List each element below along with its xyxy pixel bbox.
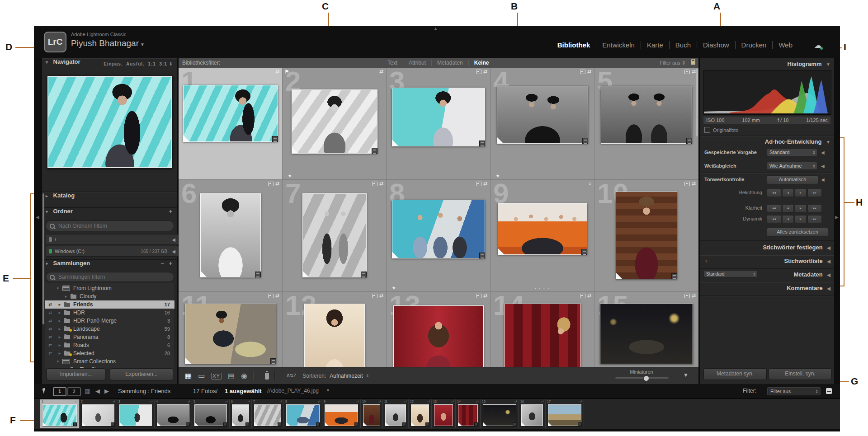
filmstrip-cell-8[interactable]: 8⇄ [284,399,322,428]
photo-thumbnail[interactable] [601,86,692,144]
collapse-left-icon[interactable]: ◀ [172,237,175,242]
collection-filter-box[interactable] [46,272,174,282]
sync-badge-icon[interactable]: ⇄ [483,69,487,74]
decrease-large-button[interactable]: ◂◂ [767,215,781,223]
sync-badge-icon[interactable]: ⇄ [587,293,591,298]
info-badge-icon[interactable] [372,182,377,186]
info-badge-icon[interactable] [476,182,481,186]
grid-cell-5[interactable]: 5 ⇄ [594,68,698,180]
filmstrip-cell-17[interactable]: 17⇄ [546,399,584,428]
sync-metadata-button[interactable]: Metadaten syn. [703,368,767,380]
secondary-monitor-button[interactable]: 2 [67,387,81,396]
photo-thumbnail[interactable] [498,203,587,255]
filter-switch-icon[interactable] [826,388,832,394]
sync-badge-icon[interactable]: ⇄ [692,293,696,298]
reset-all-button[interactable]: Alles zurücksetzen [767,228,828,237]
info-badge-icon[interactable] [684,182,690,186]
filmstrip-thumb[interactable] [385,404,406,426]
grid-cell-6[interactable]: 6 ⇄ [179,180,283,292]
expand-icon[interactable]: ► [45,194,49,198]
photo-th umbnail[interactable] [393,305,484,367]
metadata-header[interactable]: Metadaten ◀ [700,271,834,278]
filmstrip-thumb[interactable] [548,404,581,426]
filmstrip-cell-15[interactable]: 15⇄ [481,399,519,428]
sync-badge-icon[interactable]: ⇄ [483,293,487,298]
info-badge-icon[interactable] [684,70,690,74]
auto-tone-button[interactable]: Automatisch [767,175,818,184]
compare-view-icon[interactable]: XY [211,373,222,380]
filter-preset-select[interactable]: Filter aus ⇕ [660,60,686,66]
previous-photo-icon[interactable]: ◀ [95,388,100,394]
sync-badge-icon[interactable]: ⇄ [379,293,383,298]
filmstrip-cell-14[interactable]: 14⇄ [456,399,481,428]
info-badge-icon[interactable] [268,182,274,186]
photo-thumbnail[interactable] [392,88,485,146]
collection-set-from-lightroom[interactable]: ▼ From Lightroom [45,284,175,292]
comments-header[interactable]: Kommentare ◀ [700,285,834,291]
filmstrip-cell-6[interactable]: 6⇄ [230,399,252,428]
grid-cell-1[interactable]: 1 ⇄ [179,68,283,180]
import-button[interactable]: Importieren... [47,368,105,380]
sort-select[interactable]: Aufnahmezeit [330,373,363,379]
zoom-stepper-icon[interactable]: ⇕ [169,61,173,66]
cloud-sync-icon[interactable]: ☁ [814,41,822,50]
filmstrip-cell-2[interactable]: 2⇄ [80,399,117,428]
collection-row-cloudy[interactable]: ► Cloudy 0 [45,292,175,300]
filmstrip-thumb[interactable] [325,404,358,426]
sync-badge-icon[interactable]: ⇄ [379,181,383,186]
keywording-header[interactable]: Stichwörter festlegen ◀ [700,244,834,251]
next-photo-icon[interactable]: ▶ [104,388,109,394]
export-button[interactable]: Exportieren... [110,368,173,380]
keyword-list-header[interactable]: Stichwortliste ◀ [700,258,834,264]
left-panel-collapse-icon[interactable]: ◀ [36,215,39,220]
filmstrip-thumb[interactable] [411,404,429,426]
navigator-preview-photo[interactable] [47,76,172,168]
star-rating-icon[interactable]: ★ [392,286,396,290]
info-badge-icon[interactable] [580,70,585,74]
zoom-fit[interactable]: Einpas. [104,61,123,66]
filmstrip-thumb[interactable] [363,404,380,426]
sort-direction-icon[interactable]: A⇅Z [287,374,296,378]
tone-reset-icon[interactable]: ◀ [821,177,825,182]
increase-button[interactable]: ▸ [795,189,807,197]
increase-large-button[interactable]: ▸▸ [807,215,822,223]
painter-spray-icon[interactable] [265,373,269,380]
filmstrip-thumb[interactable] [82,404,114,426]
grid-cell-8[interactable]: 8 ⇄ ★ [387,180,491,292]
sync-badge-icon[interactable]: ⇄ [692,69,696,74]
photo-thumbnail[interactable] [504,304,581,367]
module-tab-diashow[interactable]: Diashow [697,41,735,49]
loupe-view-icon[interactable]: ▭ [198,372,205,380]
disclosure-icon[interactable]: ▼ [56,360,62,364]
filmstrip-cell-10[interactable]: 10⇄ [361,399,383,428]
photo-thumbnail[interactable] [200,193,261,277]
filter-lock-icon[interactable] [691,61,695,65]
sync-badge-icon[interactable]: ⇄ [379,69,383,74]
photo-thumbnail[interactable] [392,200,485,258]
sync-settings-button[interactable]: Einstell. syn. [769,368,832,380]
grid-cell-15[interactable]: 15 ⇄ [594,292,698,367]
right-panel-collapse-icon[interactable]: ▶ [835,215,839,220]
sync-badge-icon[interactable]: ⇄ [275,293,279,298]
collection-row-panorama[interactable]: ⇄ ► Panorama 8 [45,333,175,341]
module-tab-buch[interactable]: Buch [669,41,697,49]
filter-tab-metadaten[interactable]: Metadaten [431,60,468,66]
collapse-icon[interactable]: ▼ [826,62,830,67]
sync-badge-icon[interactable]: ⇄ [692,181,696,186]
remove-collection-icon[interactable]: − [160,260,164,267]
filmstrip-cell-3[interactable]: 3⇄ [117,399,155,428]
stepper-icon[interactable]: ⇕ [366,374,369,378]
increase-large-button[interactable]: ▸▸ [807,204,822,212]
filmstrip-cell-7[interactable]: 7⇄ [252,399,284,428]
folder-filter-box[interactable] [46,220,174,231]
grid-cell-12[interactable]: 12 ⇄ [283,292,387,367]
panel-reveal-top-icon[interactable]: ▲ [434,26,438,31]
add-folder-icon[interactable]: + [169,208,172,215]
collapse-icon[interactable]: ▼ [45,262,49,266]
original-photo-toggle[interactable]: Originalfoto [704,127,738,133]
drive-row-windows-c[interactable]: Windows (C:) 165 / 237 GB ◀ [46,246,179,257]
grid-cell-11[interactable]: 11 ⇄ [179,292,283,367]
histogram-header[interactable]: Histogramm ▼ [700,61,834,67]
increase-large-button[interactable]: ▸▸ [807,189,822,197]
photo-thumbnail[interactable] [497,86,588,144]
